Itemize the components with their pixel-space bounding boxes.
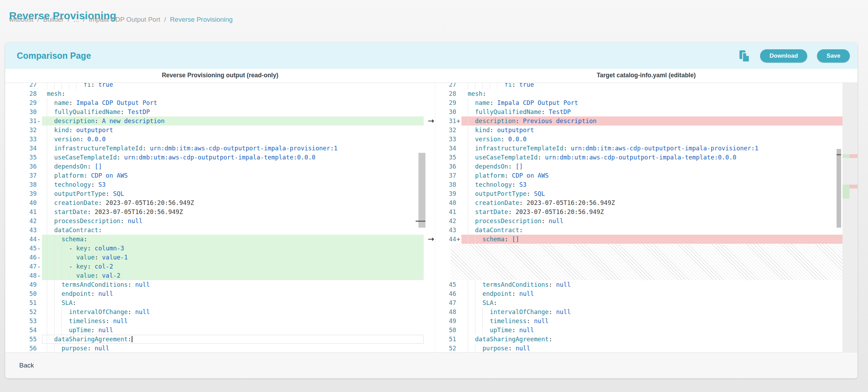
code-text: purpose: null	[42, 344, 424, 353]
indent-guide	[468, 226, 468, 235]
save-button[interactable]: Save	[817, 49, 850, 63]
code-line[interactable]: 34 infrastructureTemplateId: urn:dmb:itm…	[5, 144, 435, 153]
indent-guide	[47, 198, 47, 207]
code-line[interactable]: 35 useCaseTemplateId: urn:dmb:utm:aws-cd…	[5, 153, 435, 162]
back-button[interactable]: Back	[17, 361, 36, 370]
code-line[interactable]: 44+ schema: []	[435, 235, 858, 244]
indent-guide	[468, 216, 468, 226]
code-line[interactable]: 47- - key: col-2	[5, 262, 435, 271]
code-line[interactable]: 52 intervalOfChange: null	[5, 307, 435, 316]
code-line[interactable]: 48- value: val-2	[5, 271, 435, 280]
line-number: 38	[5, 180, 37, 189]
copy-file-icon	[739, 50, 750, 62]
indent-guide	[47, 116, 47, 126]
code-line[interactable]: 42 processDescription: null	[5, 216, 435, 226]
left-editor-scrollbar[interactable]	[418, 153, 425, 228]
code-line[interactable]: 46 endpoint: null	[435, 289, 858, 298]
code-text: name: Impala CDP Output Port	[461, 98, 843, 107]
line-number: 40	[435, 198, 456, 207]
indent-guide	[475, 307, 475, 316]
code-line[interactable]: 31+ description: Previous description	[435, 116, 858, 126]
code-line[interactable]: 39 outputPortType: SQL	[435, 189, 858, 198]
code-line[interactable]: 39 outputPortType: SQL	[5, 189, 435, 198]
line-number: 33	[5, 135, 37, 144]
code-line[interactable]: 29 name: Impala CDP Output Port	[5, 98, 435, 107]
code-line[interactable]: 35 useCaseTemplateId: urn:dmb:utm:aws-cd…	[435, 153, 858, 162]
diff-marker	[456, 171, 461, 180]
code-line[interactable]: 46- value: value-1	[5, 253, 435, 262]
code-text: purpose: null	[461, 344, 843, 353]
code-line[interactable]: 38 technology: S3	[435, 180, 858, 189]
breadcrumb-item-ellipsis[interactable]: ...	[74, 16, 79, 23]
code-text: processDescription: null	[461, 216, 843, 226]
code-line[interactable]: 49 termsAndConditions: null	[5, 280, 435, 289]
code-line[interactable]: 33 version: 0.0.0	[5, 135, 435, 144]
right-editor-scrollbar[interactable]	[837, 149, 841, 228]
code-text: dataSharingAgreement:	[461, 335, 843, 344]
code-line[interactable]: 40 creationDate: 2023-07-05T16:20:56.949…	[435, 198, 858, 207]
code-text: upTime: null	[42, 326, 424, 335]
code-line[interactable]: 44- schema:	[5, 235, 435, 244]
code-line[interactable]: 28mesh:	[5, 89, 435, 98]
revert-change-arrow-button[interactable]: →	[426, 116, 436, 126]
code-line[interactable]: 27 fi: true	[5, 83, 435, 89]
code-line[interactable]: 45- - key: column-3	[5, 244, 435, 253]
download-button[interactable]: Download	[760, 49, 807, 63]
code-line[interactable]: 43 dataContract:	[435, 226, 858, 235]
code-line[interactable]: 28mesh:	[435, 89, 858, 98]
code-line[interactable]: 42 processDescription: null	[435, 216, 858, 226]
code-line[interactable]: 36 dependsOn: []	[5, 162, 435, 171]
code-line[interactable]: 41 startDate: 2023-07-05T16:20:56.949Z	[435, 207, 858, 216]
diff-marker: -	[37, 116, 42, 126]
code-line[interactable]: 32 kind: outputport	[435, 126, 858, 135]
indent-guide	[47, 207, 47, 216]
diff-marker	[37, 298, 42, 307]
diff-marker	[456, 144, 461, 153]
code-line[interactable]: 40 creationDate: 2023-07-05T16:20:56.949…	[5, 198, 435, 207]
code-line[interactable]: 43 dataContract:	[5, 226, 435, 235]
code-line[interactable]: 50 upTime: null	[435, 326, 858, 335]
card-header: Comparison Page Download Save	[5, 43, 858, 69]
indent-guide	[482, 326, 483, 335]
code-line[interactable]: 34 infrastructureTemplateId: urn:dmb:itm…	[435, 144, 858, 153]
code-line[interactable]: 54 upTime: null	[5, 326, 435, 335]
code-line[interactable]: 33 version: 0.0.0	[435, 135, 858, 144]
code-line[interactable]: 45 termsAndConditions: null	[435, 280, 858, 289]
copy-button[interactable]	[738, 50, 750, 62]
breadcrumb-item-component[interactable]: Impala CDP Output Port	[89, 16, 160, 23]
right-scrollbar-marker	[837, 154, 841, 155]
breadcrumb-item-builder[interactable]: Builder	[43, 16, 64, 23]
code-line[interactable]: 37 platform: CDP on AWS	[5, 171, 435, 180]
line-number: 37	[435, 171, 456, 180]
code-line[interactable]: 30 fullyQualifiedName: TestDP	[5, 107, 435, 116]
code-line[interactable]: 49 timeliness: null	[435, 316, 858, 326]
code-text: creationDate: 2023-07-05T16:20:56.949Z	[42, 198, 424, 207]
indent-guide	[47, 189, 47, 198]
code-line[interactable]: 31- description: A new description	[5, 116, 435, 126]
code-line[interactable]: 53 timeliness: null	[5, 316, 435, 326]
code-line[interactable]: 30 fullyQualifiedName: TestDP	[435, 107, 858, 116]
indent-guide	[468, 116, 468, 126]
diff-marker	[37, 83, 42, 89]
code-line[interactable]: 50 endpoint: null	[5, 289, 435, 298]
code-line[interactable]: 32 kind: outputport	[5, 126, 435, 135]
indent-guide	[47, 289, 47, 298]
breadcrumb-item-witboost[interactable]: witboost	[9, 16, 34, 23]
code-line[interactable]: 51 SLA:	[5, 298, 435, 307]
code-line[interactable]: 37 platform: CDP on AWS	[435, 171, 858, 180]
indent-guide	[61, 326, 62, 335]
revert-change-arrow-button[interactable]: →	[426, 235, 436, 244]
code-line[interactable]: 48 intervalOfChange: null	[435, 307, 858, 316]
overview-removed-marker	[849, 185, 858, 188]
indent-guide	[47, 216, 47, 226]
code-line[interactable]: 52 purpose: null	[435, 344, 858, 353]
code-line[interactable]: 51 dataSharingAgreement:	[435, 335, 858, 344]
code-line[interactable]: 27 fi: true	[435, 83, 858, 89]
code-line[interactable]: 41 startDate: 2023-07-05T16:20:56.949Z	[5, 207, 435, 216]
code-line[interactable]: 29 name: Impala CDP Output Port	[435, 98, 858, 107]
code-line[interactable]: 56 purpose: null	[5, 344, 435, 353]
code-line[interactable]: 36 dependsOn: []	[435, 162, 858, 171]
code-line[interactable]: 47 SLA:	[435, 298, 858, 307]
code-line[interactable]: 55 dataSharingAgreement:	[5, 335, 435, 344]
code-line[interactable]: 38 technology: S3	[5, 180, 435, 189]
